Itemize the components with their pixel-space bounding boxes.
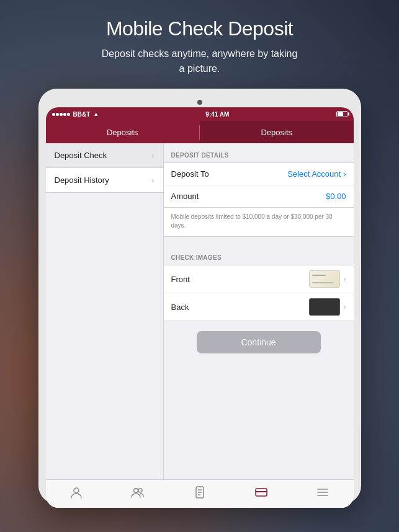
sidebar-item-deposit-history[interactable]: Deposit History › [46,168,163,193]
check-images-header: CHECK IMAGES [164,246,354,265]
header-section: Mobile Check Deposit Deposit checks anyt… [65,0,335,89]
chevron-right-icon: › [152,176,155,185]
signal-dot [52,113,55,116]
check-back-thumbnail [309,298,340,316]
signal-dot [56,113,59,116]
bottom-tab-2[interactable] [169,485,230,502]
signal-dot [60,113,63,116]
signal-dots [52,113,70,116]
nav-tab-left[interactable]: Deposits [46,121,200,143]
check-images-section: CHECK IMAGES Front › Back [164,246,354,321]
amount-label: Amount [171,192,199,201]
ipad-top-bar [46,96,354,107]
check-back-row[interactable]: Back › [164,293,354,321]
bottom-tab-bar [46,479,354,508]
deposit-to-row[interactable]: Deposit To Select Account › [164,163,354,185]
chevron-right-icon: › [152,151,155,160]
signal-dot [67,113,70,116]
check-front-row[interactable]: Front › [164,265,354,293]
nav-bar: Deposits Deposits [46,121,354,143]
cards-icon [254,485,268,502]
svg-point-2 [138,489,142,492]
page-subtitle: Deposit checks anytime, anywhere by taki… [102,47,298,76]
sidebar-item-label: Deposit Check [55,151,107,160]
chevron-right-icon: › [344,303,346,311]
status-bar: BB&T ▲ 9:41 AM [46,107,354,121]
check-back-right: › [309,298,346,316]
bottom-tab-4[interactable] [292,485,353,502]
bottom-tab-1[interactable] [107,485,169,502]
carrier-label: BB&T [73,111,91,118]
right-panel: DEPOSIT DETAILS Deposit To Select Accoun… [164,143,354,479]
status-right [336,111,347,117]
main-content: Deposit Check › Deposit History › DEPOSI… [46,143,354,479]
wifi-icon: ▲ [93,111,99,117]
sidebar-item-deposit-check[interactable]: Deposit Check › [46,143,163,168]
document-icon [193,485,207,502]
page-title: Mobile Check Deposit [102,17,298,40]
ipad-frame: BB&T ▲ 9:41 AM Deposits Deposits [38,89,361,504]
people-icon [131,485,145,502]
continue-area: Continue [164,321,354,363]
time-display: 9:41 AM [205,111,229,118]
check-back-label: Back [171,303,189,312]
chevron-right-icon: › [343,169,346,179]
deposit-details-header: DEPOSIT DETAILS [164,143,354,162]
bottom-tab-0[interactable] [46,485,107,502]
ipad-screen: BB&T ▲ 9:41 AM Deposits Deposits [46,107,354,508]
check-image-rows: Front › Back › [164,265,354,321]
battery-icon [336,111,347,117]
sidebar: Deposit Check › Deposit History › [46,143,164,479]
chevron-right-icon: › [344,275,346,283]
check-front-label: Front [171,275,190,284]
deposit-hint: Mobile deposits limited to $10,000 a day… [164,208,354,237]
amount-value: $0.00 [326,192,346,201]
continue-button[interactable]: Continue [197,331,321,353]
signal-dot [63,113,66,116]
nav-tab-right[interactable]: Deposits [200,121,354,143]
camera-dot [197,100,202,105]
amount-row[interactable]: Amount $0.00 [164,185,354,207]
menu-icon [316,485,330,502]
battery-fill [338,112,344,116]
check-front-right: › [309,270,346,288]
svg-point-1 [134,489,138,493]
deposit-to-label: Deposit To [171,169,209,179]
sidebar-item-label: Deposit History [55,175,109,185]
deposit-details-form: Deposit To Select Account › Amount $0.00 [164,162,354,208]
bottom-tab-3[interactable] [230,485,292,502]
account-icon [69,485,83,502]
page-wrapper: Mobile Check Deposit Deposit checks anyt… [0,0,399,532]
svg-point-0 [74,488,79,493]
deposit-to-value: Select Account › [287,169,346,179]
status-left: BB&T ▲ [52,111,99,118]
check-front-thumbnail [309,270,340,288]
